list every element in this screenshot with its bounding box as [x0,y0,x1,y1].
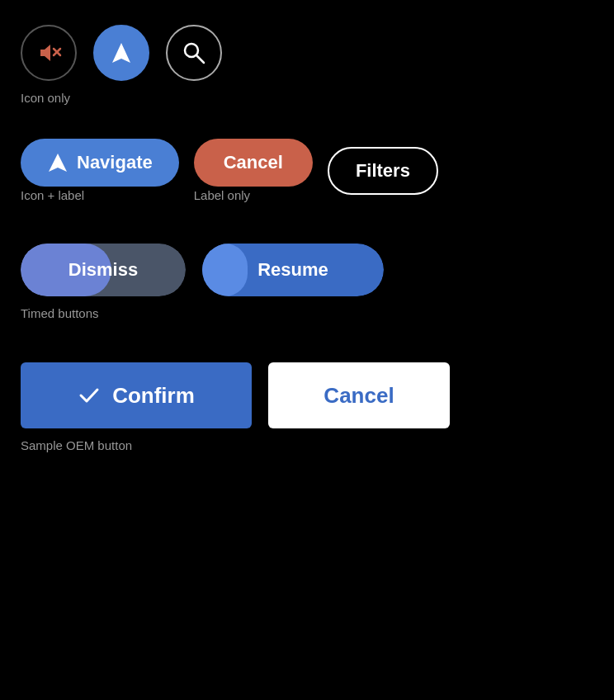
confirm-button-label: Confirm [112,383,195,409]
navigate-group: Navigate Icon + label [21,139,179,202]
navigate-button-label: Navigate [77,152,153,173]
icon-row [21,25,593,81]
cancel-red-button[interactable]: Cancel [194,139,313,187]
search-icon [182,40,206,65]
dismiss-button[interactable]: Dismiss [21,244,186,296]
icon-only-label: Icon only [21,91,70,105]
resume-fill [202,244,248,296]
navigate-icon-button[interactable] [93,25,149,81]
checkmark-icon [78,384,101,407]
nav-arrow-icon [109,40,134,65]
filters-button-label: Filters [356,160,410,181]
oem-label: Sample OEM button [21,438,132,452]
confirm-button[interactable]: Confirm [21,362,252,428]
resume-button-label: Resume [257,259,328,281]
mute-button[interactable] [21,25,77,81]
section-timed: Dismiss Resume Timed buttons [21,244,593,321]
navigate-button-icon [47,152,68,173]
cancel-oem-button-label: Cancel [324,383,394,409]
section-icon-only: Icon only [21,25,593,106]
cancel-oem-button[interactable]: Cancel [268,362,450,428]
search-icon-button[interactable] [166,25,222,81]
buttons-row: Navigate Icon + label Cancel Label only … [21,139,593,202]
cancel-red-group: Cancel Label only [194,139,313,202]
filters-group: Filters [328,147,438,195]
section-oem: Confirm Cancel Sample OEM button [21,362,593,453]
section-buttons: Navigate Icon + label Cancel Label only … [21,139,593,202]
svg-line-3 [196,55,204,63]
cancel-red-button-label: Cancel [224,152,283,173]
timed-row: Dismiss Resume [21,244,593,296]
navigate-button[interactable]: Navigate [21,139,179,187]
timed-buttons-label: Timed buttons [21,306,99,320]
label-only-sublabel: Label only [194,188,313,202]
filters-button[interactable]: Filters [328,147,438,195]
icon-plus-label-sublabel: Icon + label [21,188,179,202]
resume-button[interactable]: Resume [202,244,384,296]
mute-icon [35,40,62,66]
oem-row: Confirm Cancel [21,362,593,428]
dismiss-button-label: Dismiss [68,259,138,281]
